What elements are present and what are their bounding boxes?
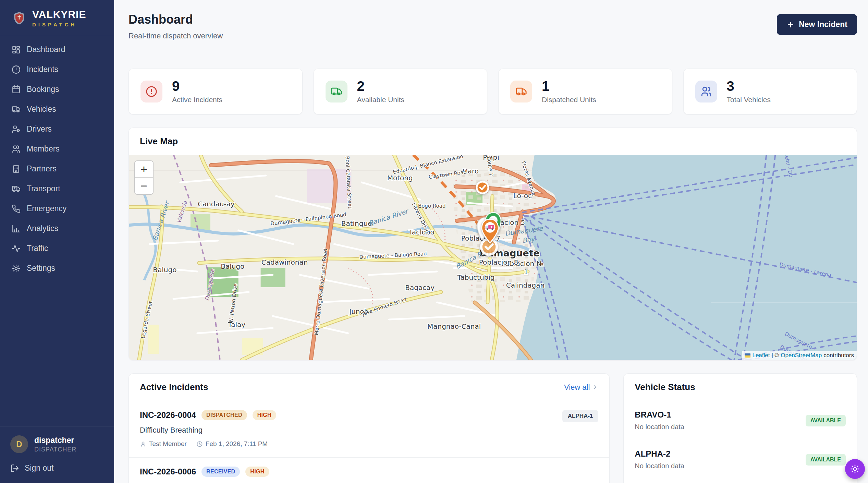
page-subtitle: Real-time dispatch overview <box>129 32 223 40</box>
vehicle-status-title: Vehicle Status <box>635 382 695 393</box>
map-label: Balugo <box>221 262 244 270</box>
vehicle-location: No location data <box>635 423 684 431</box>
map-label: Cadawinonan <box>261 258 308 266</box>
stat-card: 2 Available Units <box>314 69 488 114</box>
vehicle-status-card: Vehicle Status BRAVO-1 No location data … <box>623 373 857 483</box>
map[interactable]: Candau-ayBatinguelTacloboMotongDaroPiapi… <box>129 155 857 360</box>
stat-value: 3 <box>727 79 771 93</box>
zoom-in-button[interactable]: + <box>135 161 153 178</box>
sidebar-item[interactable]: Transport <box>5 179 109 198</box>
sidebar-item-label: Emergency <box>27 204 66 213</box>
reporter-icon <box>140 441 146 447</box>
settings-fab-button[interactable] <box>845 459 865 479</box>
vehicle-name: ALPHA-2 <box>635 449 684 459</box>
sidebar-item[interactable]: Bookings <box>5 80 109 99</box>
time-icon <box>196 441 203 447</box>
live-map-card: Live Map <box>129 128 857 360</box>
live-map-title: Live Map <box>129 128 857 155</box>
vehicle-status-badge: AVAILABLE <box>806 415 846 426</box>
sidebar-item[interactable]: Partners <box>5 159 109 179</box>
map-label: Bogo Road <box>418 203 445 209</box>
incident-row[interactable]: INC-2026-0004 DISPATCHED HIGH Difficulty… <box>129 401 609 457</box>
sidebar-item-icon <box>12 85 21 94</box>
vehicle-list: BRAVO-1 No location data AVAILABLE ALPHA… <box>624 401 857 483</box>
app-window: VALKYRIE DISPATCH Dashboard Incidents Bo… <box>0 0 868 483</box>
map-label: Balugo <box>153 266 176 274</box>
sidebar-item-icon <box>12 264 21 273</box>
incident-title: Difficulty Breathing <box>140 426 276 435</box>
sidebar-item-label: Vehicles <box>27 105 56 114</box>
vehicle-location: No location data <box>635 462 684 470</box>
sidebar-item-icon <box>12 65 21 74</box>
sidebar-item[interactable]: Analytics <box>5 219 109 238</box>
incident-time: Feb 1, 2026, 7:11 PM <box>206 440 268 448</box>
vehicle-row[interactable]: BRAVO-1 No location data AVAILABLE <box>624 401 857 440</box>
stat-label: Active Incidents <box>172 96 222 104</box>
map-label: Bagacay <box>405 283 435 292</box>
stat-value: 9 <box>172 79 222 93</box>
map-label: Candau-ay <box>198 200 235 208</box>
sidebar-item-icon <box>12 244 21 253</box>
incident-status-badge: RECEIVED <box>201 467 240 477</box>
stat-icon <box>695 81 717 102</box>
vehicle-row[interactable]: ALPHA-1 No location data DISPATCHED <box>624 479 857 483</box>
map-attribution: Leaflet | © OpenStreetMap contributors <box>742 351 857 360</box>
map-label: Motong <box>387 174 413 182</box>
map-label: Poblacion 8 <box>479 258 518 266</box>
stat-icon <box>326 81 347 102</box>
sidebar-item-label: Traffic <box>27 244 48 253</box>
sidebar-item[interactable]: Vehicles <box>5 100 109 119</box>
active-incidents-title: Active Incidents <box>140 382 208 393</box>
map-label: Mangnao-Canal <box>427 322 481 330</box>
sidebar-item[interactable]: Dashboard <box>5 40 109 59</box>
status-check-marker[interactable] <box>475 180 490 195</box>
sidebar-item-label: Drivers <box>27 124 52 134</box>
new-incident-button[interactable]: New Incident <box>777 14 857 35</box>
ukraine-flag-icon <box>745 353 750 358</box>
incident-row[interactable]: INC-2026-0006 RECEIVED HIGH Accident Tes… <box>129 457 609 483</box>
map-tiles: Candau-ayBatinguelTacloboMotongDaroPiapi… <box>129 155 857 360</box>
sidebar-item-icon <box>12 125 21 134</box>
sidebar-item[interactable]: Settings <box>5 259 109 278</box>
sidebar-item[interactable]: Members <box>5 140 109 159</box>
leaflet-link[interactable]: Leaflet <box>752 352 770 359</box>
stat-card: 3 Total Vehicles <box>683 69 857 114</box>
incident-priority-badge: HIGH <box>245 467 269 477</box>
sidebar-item-icon <box>12 105 21 114</box>
pin-ambulance-marker[interactable] <box>480 218 500 244</box>
log-out-icon <box>10 464 19 473</box>
brand-name: VALKYRIE <box>32 9 86 20</box>
map-label: Taclobo <box>408 228 435 236</box>
sidebar-item-label: Incidents <box>27 65 58 74</box>
main-content: Dashboard Real-time dispatch overview Ne… <box>114 0 868 483</box>
incident-reporter: Test Member <box>149 440 187 448</box>
sidebar-item[interactable]: Drivers <box>5 120 109 139</box>
stat-label: Total Vehicles <box>727 96 771 104</box>
map-zoom-control: + − <box>134 160 154 195</box>
sidebar-item-icon <box>12 224 21 233</box>
sidebar-item-label: Members <box>27 144 60 154</box>
openstreetmap-link[interactable]: OpenStreetMap <box>781 352 822 359</box>
stats-row: 9 Active Incidents 2 Available Units 1 D… <box>129 69 857 114</box>
sidebar-item-icon <box>12 184 21 193</box>
incident-status-badge: DISPATCHED <box>201 410 247 420</box>
zoom-out-button[interactable]: − <box>135 178 153 194</box>
sidebar-item[interactable]: Emergency <box>5 199 109 218</box>
sidebar-item[interactable]: Traffic <box>5 239 109 258</box>
map-label: Calindagan <box>506 281 545 289</box>
sidebar-item-label: Partners <box>27 164 57 173</box>
view-all-link[interactable]: View all <box>564 383 598 392</box>
sidebar-item[interactable]: Incidents <box>5 60 109 79</box>
valkyrie-shield-logo-icon <box>12 11 27 26</box>
sign-out-button[interactable]: Sign out <box>10 463 104 473</box>
brand-subtitle: DISPATCH <box>32 22 86 27</box>
vehicle-row[interactable]: ALPHA-2 No location data AVAILABLE <box>624 440 857 479</box>
stat-label: Dispatched Units <box>542 96 596 104</box>
map-label: Tabuctubig <box>457 273 495 281</box>
page-title: Dashboard <box>129 12 223 27</box>
sidebar-item-label: Analytics <box>27 224 58 233</box>
sidebar-item-icon <box>12 165 21 173</box>
stat-icon <box>140 81 162 102</box>
avatar: D <box>10 435 28 453</box>
incident-list: INC-2026-0004 DISPATCHED HIGH Difficulty… <box>129 401 609 483</box>
